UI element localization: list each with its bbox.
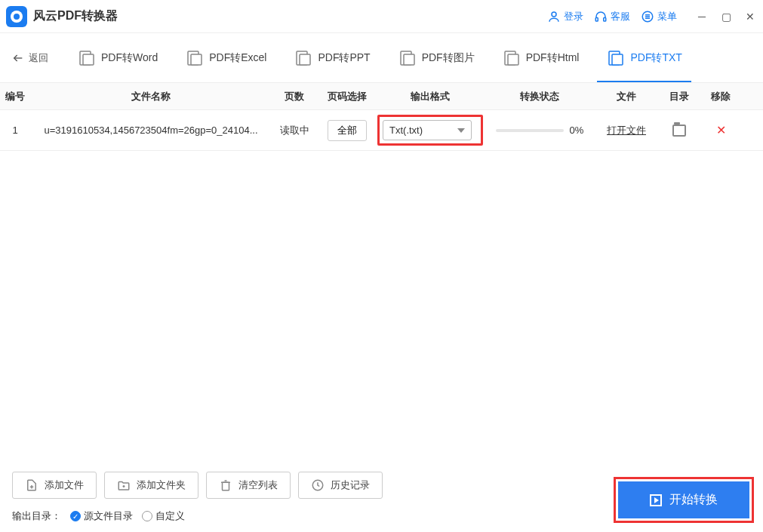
- output-dir-label: 输出目录：: [12, 509, 61, 523]
- image-file-icon: [398, 49, 416, 67]
- close-button[interactable]: ✕: [743, 10, 757, 23]
- svg-rect-24: [223, 482, 229, 490]
- history-button[interactable]: 历史记录: [298, 472, 383, 499]
- add-file-button[interactable]: 添加文件: [12, 472, 97, 499]
- tab-pdf-to-txt[interactable]: PDF转TXT: [597, 33, 691, 82]
- tab-pdf-to-word[interactable]: PDF转Word: [68, 33, 167, 82]
- tab-pdf-to-excel[interactable]: PDF转Excel: [176, 33, 275, 82]
- ppt-file-icon: [294, 49, 312, 67]
- html-file-icon: [502, 49, 520, 67]
- start-highlight: 开始转换: [614, 477, 754, 523]
- cell-pages: 读取中: [272, 124, 317, 137]
- play-icon: [650, 494, 662, 506]
- menu-link[interactable]: 菜单: [641, 10, 677, 23]
- table-row: 1 u=3191610534,1456723504fm=26gp=0_24104…: [0, 110, 763, 151]
- svg-rect-15: [404, 54, 414, 65]
- format-dropdown[interactable]: Txt(.txt): [383, 120, 472, 140]
- header-dir: 目录: [657, 90, 702, 103]
- start-convert-button[interactable]: 开始转换: [618, 481, 749, 518]
- radio-checked-icon: [70, 511, 81, 521]
- clock-icon: [311, 478, 325, 492]
- minimize-button[interactable]: ─: [695, 10, 709, 23]
- service-link[interactable]: 客服: [594, 10, 630, 23]
- user-icon: [547, 10, 561, 23]
- add-folder-button[interactable]: 添加文件夹: [104, 472, 198, 499]
- header-name: 文件名称: [30, 90, 272, 103]
- clear-list-button[interactable]: 清空列表: [206, 472, 291, 499]
- page-select-button[interactable]: 全部: [328, 120, 367, 141]
- excel-file-icon: [185, 49, 203, 67]
- progress-text: 0%: [570, 125, 584, 136]
- progress: 0%: [483, 125, 596, 136]
- app-logo: [6, 6, 27, 27]
- svg-rect-17: [508, 54, 518, 65]
- header-del: 移除: [702, 90, 740, 103]
- radio-unchecked-icon: [142, 511, 152, 521]
- delete-button[interactable]: ✕: [716, 124, 726, 137]
- file-add-icon: [25, 478, 38, 492]
- header-format: 输出格式: [377, 90, 483, 103]
- headset-icon: [594, 10, 608, 23]
- radio-custom-dir[interactable]: 自定义: [142, 509, 185, 523]
- txt-file-icon: [606, 49, 624, 67]
- progress-bar: [496, 129, 564, 132]
- header-pages: 页数: [272, 90, 317, 103]
- header-num: 编号: [0, 90, 30, 103]
- tab-pdf-to-ppt[interactable]: PDF转PPT: [285, 33, 379, 82]
- back-button[interactable]: 返回: [12, 51, 48, 65]
- cell-filename: u=3191610534,1456723504fm=26gp=0_24104..…: [30, 125, 272, 136]
- tab-pdf-to-image[interactable]: PDF转图片: [389, 33, 484, 82]
- open-file-link[interactable]: 打开文件: [607, 125, 646, 136]
- svg-rect-2: [604, 17, 606, 21]
- trash-icon: [219, 478, 232, 492]
- word-file-icon: [77, 49, 95, 67]
- login-link[interactable]: 登录: [547, 10, 583, 23]
- arrow-left-icon: [12, 52, 24, 64]
- chevron-down-icon: [457, 128, 465, 133]
- cell-num: 1: [0, 125, 30, 136]
- radio-source-dir[interactable]: 源文件目录: [70, 509, 133, 523]
- maximize-button[interactable]: ▢: [719, 10, 733, 23]
- table-header: 编号 文件名称 页数 页码选择 输出格式 转换状态 文件 目录 移除: [0, 83, 763, 110]
- svg-rect-9: [83, 54, 94, 65]
- format-highlight: Txt(.txt): [377, 115, 483, 146]
- folder-icon[interactable]: [672, 125, 686, 137]
- header-file: 文件: [596, 90, 657, 103]
- tab-pdf-to-html[interactable]: PDF转Html: [493, 33, 589, 82]
- header-status: 转换状态: [483, 90, 596, 103]
- svg-rect-13: [300, 54, 310, 65]
- svg-rect-19: [612, 54, 623, 65]
- svg-point-0: [552, 12, 556, 17]
- menu-icon: [641, 10, 654, 23]
- svg-rect-1: [595, 17, 598, 21]
- app-title: 风云PDF转换器: [33, 8, 118, 24]
- folder-add-icon: [117, 478, 131, 492]
- svg-rect-11: [191, 54, 202, 65]
- header-pagesel: 页码选择: [317, 90, 377, 103]
